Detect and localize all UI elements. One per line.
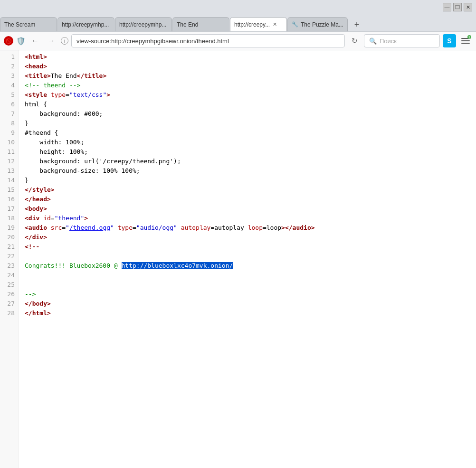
tab-label: The End [177,21,198,28]
tab-puzzle[interactable]: 🔧 The Puzzle Ma... [287,17,348,31]
new-tab-button[interactable]: + [350,18,363,31]
line-number: 16 [0,195,15,204]
search-box: 🔍 Поиск [364,34,440,47]
menu-line-2 [461,40,470,41]
line-numbers: 1234567891011121314151617181920212223242… [0,50,19,468]
line-number: 20 [0,233,15,242]
line-number: 25 [0,280,15,290]
source-line: </body> [25,299,476,309]
line-number: 28 [0,309,15,318]
source-line: #theend { [25,128,476,138]
line-number: 17 [0,204,15,214]
source-line: </div> [25,233,476,242]
source-line [25,280,476,290]
source-line: } [25,119,476,128]
line-number: 8 [0,119,15,128]
line-number: 13 [0,166,15,176]
search-placeholder: Поиск [380,37,397,45]
source-line: html { [25,100,476,109]
source-line: <head> [25,62,476,71]
tab-favicon-icon: 🔧 [292,21,298,28]
source-line: background: url('/creepy/theend.png'); [25,157,476,166]
source-line: <style type="text/css"> [25,90,476,100]
search-icon: 🔍 [369,37,377,45]
line-number: 2 [0,62,15,71]
line-number: 23 [0,261,15,271]
address-bar: 🚫 🛡️ ← → i ↻ 🔍 Поиск S 1 [0,31,476,50]
source-line [25,252,476,261]
tabs-bar: The Scream http://creepymhp... http://cr… [0,14,476,31]
tab-the-end[interactable]: The End [172,17,229,31]
line-number: 6 [0,100,15,109]
minimize-button[interactable]: — [443,3,451,11]
source-line: </html> [25,309,476,318]
tab-close-button[interactable]: ✕ [273,21,277,28]
line-number: 4 [0,81,15,90]
source-line: <title>The End</title> [25,71,476,81]
menu-button[interactable]: 1 [459,34,472,47]
tab-creepy-active[interactable]: http://creepy... ✕ [230,17,287,31]
title-bar: — ❐ ✕ [0,0,476,14]
line-number: 5 [0,90,15,100]
tab-label: http://creepymhp... [62,21,109,28]
line-number: 15 [0,185,15,195]
line-number: 24 [0,271,15,280]
source-line: background-size: 100% 100%; [25,166,476,176]
line-number: 22 [0,252,15,261]
source-line: <div id="theend"> [25,214,476,223]
skype-button[interactable]: S [443,34,456,47]
browser-window: — ❐ ✕ The Scream http://creepymhp... htt… [0,0,476,468]
line-number: 10 [0,138,15,147]
menu-line-3 [461,43,470,44]
source-line: width: 100%; [25,138,476,147]
back-button[interactable]: ← [29,34,42,47]
line-number: 21 [0,242,15,252]
source-line: <html> [25,52,476,62]
line-number: 3 [0,71,15,81]
line-number: 26 [0,290,15,299]
line-number: 7 [0,109,15,119]
menu-badge: 1 [467,35,471,39]
tab-the-scream[interactable]: The Scream [0,17,57,31]
line-number: 27 [0,299,15,309]
maximize-button[interactable]: ❐ [453,3,462,11]
forward-button[interactable]: → [45,34,58,47]
tab-label: http://creepy... [234,21,270,28]
tab-label: The Scream [4,21,35,28]
address-input[interactable] [71,34,345,47]
tab-creepy-2[interactable]: http://creepymhp... [57,17,114,31]
line-number: 11 [0,147,15,157]
source-line: <!-- theend --> [25,81,476,90]
line-number: 1 [0,52,15,62]
source-line [25,271,476,280]
line-number: 14 [0,176,15,185]
source-code[interactable]: <html><head><title>The End</title><!-- t… [19,50,476,468]
stop-icon[interactable]: 🚫 [4,36,13,46]
source-line: <body> [25,204,476,214]
refresh-button[interactable]: ↻ [348,34,361,47]
line-number: 9 [0,128,15,138]
source-line: </head> [25,195,476,204]
source-line: } [25,176,476,185]
source-line: --> [25,290,476,299]
source-line: background: #000; [25,109,476,119]
line-number: 12 [0,157,15,166]
info-icon[interactable]: i [61,37,68,45]
line-number: 19 [0,223,15,233]
tab-label: The Puzzle Ma... [301,21,343,28]
tab-creepy-3[interactable]: http://creepymhp... [115,17,172,31]
source-line: height: 100%; [25,147,476,157]
close-button[interactable]: ✕ [464,3,472,11]
tab-label: http://creepymhp... [119,21,166,28]
line-number: 18 [0,214,15,223]
source-view: 1234567891011121314151617181920212223242… [0,50,476,468]
source-line: </style> [25,185,476,195]
source-line: <!-- [25,242,476,252]
source-line: Congrats!!! Bluebox2600 @ http://bluebox… [25,261,476,271]
shield-icon[interactable]: 🛡️ [16,37,26,46]
source-line: <audio src="/theend.ogg" type="audio/ogg… [25,223,476,233]
